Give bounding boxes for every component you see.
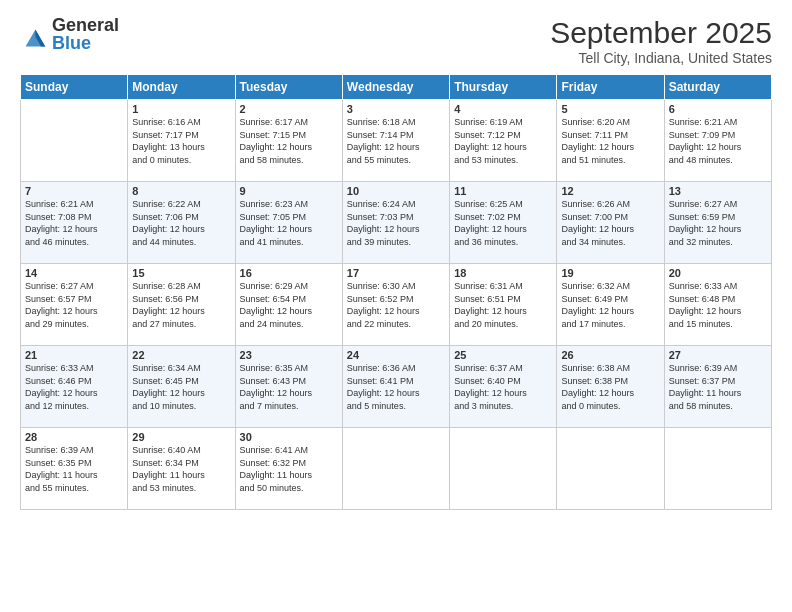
day-number: 27 <box>669 349 767 361</box>
day-number: 5 <box>561 103 659 115</box>
day-number: 1 <box>132 103 230 115</box>
day-info: Sunrise: 6:30 AM Sunset: 6:52 PM Dayligh… <box>347 280 445 330</box>
day-info: Sunrise: 6:25 AM Sunset: 7:02 PM Dayligh… <box>454 198 552 248</box>
calendar-cell: 10Sunrise: 6:24 AM Sunset: 7:03 PM Dayli… <box>342 182 449 264</box>
day-number: 10 <box>347 185 445 197</box>
day-number: 30 <box>240 431 338 443</box>
day-info: Sunrise: 6:24 AM Sunset: 7:03 PM Dayligh… <box>347 198 445 248</box>
day-number: 26 <box>561 349 659 361</box>
calendar-cell <box>342 428 449 510</box>
weekday-header: Saturday <box>664 75 771 100</box>
calendar-cell: 8Sunrise: 6:22 AM Sunset: 7:06 PM Daylig… <box>128 182 235 264</box>
calendar-cell: 27Sunrise: 6:39 AM Sunset: 6:37 PM Dayli… <box>664 346 771 428</box>
day-info: Sunrise: 6:33 AM Sunset: 6:46 PM Dayligh… <box>25 362 123 412</box>
day-info: Sunrise: 6:27 AM Sunset: 6:57 PM Dayligh… <box>25 280 123 330</box>
calendar-cell: 11Sunrise: 6:25 AM Sunset: 7:02 PM Dayli… <box>450 182 557 264</box>
calendar-cell: 29Sunrise: 6:40 AM Sunset: 6:34 PM Dayli… <box>128 428 235 510</box>
calendar-week-row: 21Sunrise: 6:33 AM Sunset: 6:46 PM Dayli… <box>21 346 772 428</box>
weekday-header: Wednesday <box>342 75 449 100</box>
calendar-cell: 7Sunrise: 6:21 AM Sunset: 7:08 PM Daylig… <box>21 182 128 264</box>
calendar-cell <box>21 100 128 182</box>
day-number: 20 <box>669 267 767 279</box>
day-number: 8 <box>132 185 230 197</box>
logo-line1: General <box>52 16 119 34</box>
day-info: Sunrise: 6:20 AM Sunset: 7:11 PM Dayligh… <box>561 116 659 166</box>
logo-line2: Blue <box>52 34 119 52</box>
calendar-week-row: 7Sunrise: 6:21 AM Sunset: 7:08 PM Daylig… <box>21 182 772 264</box>
weekday-header: Sunday <box>21 75 128 100</box>
header: General Blue September 2025 Tell City, I… <box>20 16 772 66</box>
weekday-header: Tuesday <box>235 75 342 100</box>
calendar-cell: 20Sunrise: 6:33 AM Sunset: 6:48 PM Dayli… <box>664 264 771 346</box>
calendar-cell: 30Sunrise: 6:41 AM Sunset: 6:32 PM Dayli… <box>235 428 342 510</box>
calendar-cell: 16Sunrise: 6:29 AM Sunset: 6:54 PM Dayli… <box>235 264 342 346</box>
day-info: Sunrise: 6:21 AM Sunset: 7:09 PM Dayligh… <box>669 116 767 166</box>
day-number: 7 <box>25 185 123 197</box>
day-info: Sunrise: 6:17 AM Sunset: 7:15 PM Dayligh… <box>240 116 338 166</box>
title-block: September 2025 Tell City, Indiana, Unite… <box>550 16 772 66</box>
day-number: 16 <box>240 267 338 279</box>
calendar-cell: 1Sunrise: 6:16 AM Sunset: 7:17 PM Daylig… <box>128 100 235 182</box>
calendar-cell <box>450 428 557 510</box>
day-info: Sunrise: 6:18 AM Sunset: 7:14 PM Dayligh… <box>347 116 445 166</box>
calendar-table: SundayMondayTuesdayWednesdayThursdayFrid… <box>20 74 772 510</box>
day-number: 9 <box>240 185 338 197</box>
calendar-cell: 2Sunrise: 6:17 AM Sunset: 7:15 PM Daylig… <box>235 100 342 182</box>
calendar-cell: 18Sunrise: 6:31 AM Sunset: 6:51 PM Dayli… <box>450 264 557 346</box>
weekday-header-row: SundayMondayTuesdayWednesdayThursdayFrid… <box>21 75 772 100</box>
calendar-cell: 24Sunrise: 6:36 AM Sunset: 6:41 PM Dayli… <box>342 346 449 428</box>
calendar-week-row: 14Sunrise: 6:27 AM Sunset: 6:57 PM Dayli… <box>21 264 772 346</box>
day-number: 22 <box>132 349 230 361</box>
day-info: Sunrise: 6:23 AM Sunset: 7:05 PM Dayligh… <box>240 198 338 248</box>
day-number: 25 <box>454 349 552 361</box>
day-info: Sunrise: 6:19 AM Sunset: 7:12 PM Dayligh… <box>454 116 552 166</box>
calendar-cell: 4Sunrise: 6:19 AM Sunset: 7:12 PM Daylig… <box>450 100 557 182</box>
day-info: Sunrise: 6:38 AM Sunset: 6:38 PM Dayligh… <box>561 362 659 412</box>
calendar-cell: 15Sunrise: 6:28 AM Sunset: 6:56 PM Dayli… <box>128 264 235 346</box>
page: General Blue September 2025 Tell City, I… <box>0 0 792 612</box>
calendar-cell <box>664 428 771 510</box>
logo-text: General Blue <box>52 16 119 52</box>
day-info: Sunrise: 6:16 AM Sunset: 7:17 PM Dayligh… <box>132 116 230 166</box>
logo: General Blue <box>20 16 119 52</box>
day-number: 29 <box>132 431 230 443</box>
day-number: 24 <box>347 349 445 361</box>
location: Tell City, Indiana, United States <box>550 50 772 66</box>
day-info: Sunrise: 6:32 AM Sunset: 6:49 PM Dayligh… <box>561 280 659 330</box>
day-number: 13 <box>669 185 767 197</box>
day-info: Sunrise: 6:33 AM Sunset: 6:48 PM Dayligh… <box>669 280 767 330</box>
calendar-cell: 26Sunrise: 6:38 AM Sunset: 6:38 PM Dayli… <box>557 346 664 428</box>
day-number: 11 <box>454 185 552 197</box>
calendar-cell: 17Sunrise: 6:30 AM Sunset: 6:52 PM Dayli… <box>342 264 449 346</box>
day-number: 21 <box>25 349 123 361</box>
day-number: 6 <box>669 103 767 115</box>
day-number: 15 <box>132 267 230 279</box>
day-info: Sunrise: 6:31 AM Sunset: 6:51 PM Dayligh… <box>454 280 552 330</box>
day-number: 4 <box>454 103 552 115</box>
calendar-cell: 25Sunrise: 6:37 AM Sunset: 6:40 PM Dayli… <box>450 346 557 428</box>
weekday-header: Friday <box>557 75 664 100</box>
day-info: Sunrise: 6:39 AM Sunset: 6:37 PM Dayligh… <box>669 362 767 412</box>
calendar-cell: 23Sunrise: 6:35 AM Sunset: 6:43 PM Dayli… <box>235 346 342 428</box>
day-info: Sunrise: 6:39 AM Sunset: 6:35 PM Dayligh… <box>25 444 123 494</box>
day-number: 28 <box>25 431 123 443</box>
day-info: Sunrise: 6:34 AM Sunset: 6:45 PM Dayligh… <box>132 362 230 412</box>
day-info: Sunrise: 6:40 AM Sunset: 6:34 PM Dayligh… <box>132 444 230 494</box>
day-info: Sunrise: 6:27 AM Sunset: 6:59 PM Dayligh… <box>669 198 767 248</box>
weekday-header: Monday <box>128 75 235 100</box>
day-info: Sunrise: 6:26 AM Sunset: 7:00 PM Dayligh… <box>561 198 659 248</box>
calendar-cell: 12Sunrise: 6:26 AM Sunset: 7:00 PM Dayli… <box>557 182 664 264</box>
day-info: Sunrise: 6:29 AM Sunset: 6:54 PM Dayligh… <box>240 280 338 330</box>
day-number: 18 <box>454 267 552 279</box>
calendar-cell: 5Sunrise: 6:20 AM Sunset: 7:11 PM Daylig… <box>557 100 664 182</box>
calendar-cell: 21Sunrise: 6:33 AM Sunset: 6:46 PM Dayli… <box>21 346 128 428</box>
calendar-cell: 28Sunrise: 6:39 AM Sunset: 6:35 PM Dayli… <box>21 428 128 510</box>
calendar-week-row: 1Sunrise: 6:16 AM Sunset: 7:17 PM Daylig… <box>21 100 772 182</box>
day-number: 3 <box>347 103 445 115</box>
calendar-cell: 22Sunrise: 6:34 AM Sunset: 6:45 PM Dayli… <box>128 346 235 428</box>
calendar-cell <box>557 428 664 510</box>
day-number: 23 <box>240 349 338 361</box>
day-info: Sunrise: 6:28 AM Sunset: 6:56 PM Dayligh… <box>132 280 230 330</box>
calendar-week-row: 28Sunrise: 6:39 AM Sunset: 6:35 PM Dayli… <box>21 428 772 510</box>
day-number: 14 <box>25 267 123 279</box>
